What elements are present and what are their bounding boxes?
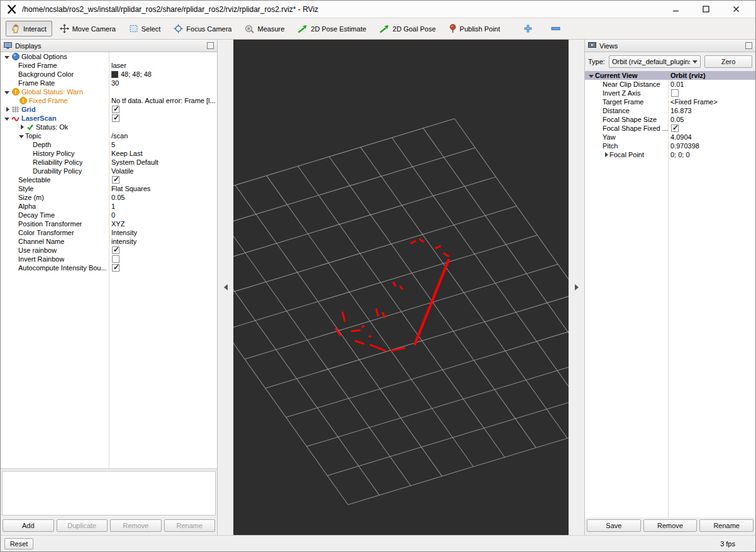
rename-button[interactable]: Rename: [699, 519, 753, 532]
property-value[interactable]: 5: [109, 140, 217, 149]
property-row-alpha[interactable]: Alpha1: [1, 202, 217, 211]
property-value[interactable]: intensity: [109, 237, 217, 246]
property-value[interactable]: Flat Squares: [109, 184, 217, 193]
property-value[interactable]: [109, 105, 217, 114]
views-panel-header[interactable]: Views: [585, 40, 755, 52]
property-row-global-status-warn[interactable]: !Global Status: Warn: [1, 87, 217, 96]
property-row-fixed-frame[interactable]: !Fixed FrameNo tf data. Actual error: Fr…: [1, 96, 217, 105]
property-value[interactable]: Orbit (rviz): [668, 71, 755, 80]
property-row-pitch[interactable]: Pitch0.970398: [585, 141, 755, 150]
property-value[interactable]: 0; 0; 0: [668, 150, 755, 159]
property-row-target-frame[interactable]: Target Frame<Fixed Frame>: [585, 97, 755, 106]
property-row-distance[interactable]: Distance16.873: [585, 106, 755, 115]
property-value[interactable]: <Fixed Frame>: [668, 97, 755, 106]
save-button[interactable]: Save: [587, 519, 641, 532]
property-row-size-m[interactable]: Size (m)0.05: [1, 193, 217, 202]
property-row-current-view[interactable]: Current ViewOrbit (rviz): [585, 71, 755, 80]
duplicate-button[interactable]: Duplicate: [57, 519, 108, 532]
property-row-near-clip-distance[interactable]: Near Clip Distance0.01: [585, 80, 755, 89]
property-row-history-policy[interactable]: History PolicyKeep Last: [1, 149, 217, 158]
collapse-arrow-icon[interactable]: [4, 53, 11, 60]
property-row-decay-time[interactable]: Decay Time0: [1, 211, 217, 219]
property-value[interactable]: 0.05: [109, 193, 217, 202]
tool-select-button[interactable]: Select: [123, 21, 167, 36]
tool-interact-button[interactable]: Interact: [6, 21, 52, 36]
remove-button[interactable]: Remove: [643, 519, 698, 532]
property-row-laserscan[interactable]: LaserScan: [1, 114, 217, 123]
property-row-yaw[interactable]: Yaw4.0904: [585, 133, 755, 141]
property-row-focal-point[interactable]: Focal Point0; 0; 0: [585, 150, 755, 159]
property-value[interactable]: 30: [109, 79, 217, 87]
property-row-color-transformer[interactable]: Color TransformerIntensity: [1, 228, 217, 237]
property-value[interactable]: [109, 255, 217, 263]
collapse-arrow-icon[interactable]: [4, 115, 11, 122]
property-row-focal-shape-fixed[interactable]: Focal Shape Fixed ...: [585, 124, 755, 133]
property-row-position-transformer[interactable]: Position TransformerXYZ: [1, 219, 217, 228]
property-value[interactable]: laser: [109, 61, 217, 70]
property-value[interactable]: System Default: [109, 158, 217, 167]
close-button[interactable]: [723, 3, 749, 16]
checkbox[interactable]: [671, 89, 679, 97]
add-tool-button[interactable]: [520, 21, 536, 36]
property-value[interactable]: [668, 89, 755, 97]
tool-move-camera-button[interactable]: Move Camera: [54, 21, 121, 36]
remove-button[interactable]: Remove: [110, 519, 162, 532]
property-row-style[interactable]: StyleFlat Squares: [1, 184, 217, 193]
tool-2d-pose-estimate-button[interactable]: 2D Pose Estimate: [292, 21, 372, 36]
property-value[interactable]: [109, 175, 217, 184]
collapse-arrow-icon[interactable]: [18, 133, 25, 140]
expand-arrow-icon[interactable]: [603, 152, 609, 158]
add-button[interactable]: Add: [3, 519, 54, 532]
property-row-depth[interactable]: Depth5: [1, 140, 217, 149]
float-panel-button[interactable]: [207, 42, 214, 49]
property-value[interactable]: 0.05: [668, 115, 755, 124]
property-row-fixed-frame[interactable]: Fixed Framelaser: [1, 61, 217, 70]
property-row-topic[interactable]: Topic/scan: [1, 131, 217, 140]
tool-publish-point-button[interactable]: Publish Point: [443, 21, 506, 36]
displays-panel-header[interactable]: Displays: [1, 40, 217, 52]
property-row-status-ok[interactable]: Status: Ok: [1, 123, 217, 131]
checkbox[interactable]: [112, 255, 120, 263]
property-value[interactable]: Volatile: [109, 167, 217, 175]
property-row-background-color[interactable]: Background Color48; 48; 48: [1, 70, 217, 79]
property-value[interactable]: [109, 246, 217, 255]
tool-2d-goal-pose-button[interactable]: 2D Goal Pose: [374, 21, 441, 36]
3d-viewport[interactable]: [233, 40, 569, 535]
collapse-right-panel-button[interactable]: [573, 278, 581, 297]
checkbox[interactable]: [112, 264, 120, 272]
property-row-focal-shape-size[interactable]: Focal Shape Size0.05: [585, 115, 755, 124]
property-value[interactable]: 0.970398: [668, 141, 755, 150]
titlebar[interactable]: /home/ncslab/ros2_ws/install/rplidar_ros…: [1, 1, 755, 18]
float-panel-button[interactable]: [745, 42, 752, 49]
minimize-button[interactable]: [662, 3, 689, 16]
maximize-button[interactable]: [692, 3, 719, 16]
property-value[interactable]: No tf data. Actual error: Frame [l...: [109, 96, 217, 105]
collapse-arrow-icon[interactable]: [4, 89, 11, 96]
checkbox[interactable]: [112, 176, 120, 184]
property-value[interactable]: 1: [109, 202, 217, 211]
property-row-invert-rainbow[interactable]: Invert Rainbow: [1, 255, 217, 263]
reset-button[interactable]: Reset: [4, 538, 33, 549]
property-value[interactable]: [668, 124, 755, 133]
property-value[interactable]: Keep Last: [109, 149, 217, 158]
property-value[interactable]: 48; 48; 48: [109, 70, 217, 79]
checkbox[interactable]: [112, 246, 120, 254]
property-value[interactable]: /scan: [109, 131, 217, 140]
tool-focus-camera-button[interactable]: Focus Camera: [168, 21, 237, 36]
checkbox[interactable]: [112, 114, 120, 122]
property-value[interactable]: XYZ: [109, 219, 217, 228]
property-value[interactable]: 4.0904: [668, 133, 755, 141]
view-type-select[interactable]: Orbit (rviz_default_plugins): [609, 55, 701, 68]
property-row-durability-policy[interactable]: Durability PolicyVolatile: [1, 167, 217, 175]
collapse-left-panel-button[interactable]: [222, 278, 230, 297]
collapse-arrow-icon[interactable]: [588, 72, 595, 79]
property-row-channel-name[interactable]: Channel Nameintensity: [1, 237, 217, 246]
property-value[interactable]: 0: [109, 211, 217, 219]
property-value[interactable]: [109, 114, 217, 123]
expand-arrow-icon[interactable]: [18, 124, 25, 131]
property-row-grid[interactable]: Grid: [1, 105, 217, 114]
remove-tool-button[interactable]: [547, 21, 564, 36]
property-row-frame-rate[interactable]: Frame Rate30: [1, 79, 217, 87]
property-row-autocompute-intensity-bou[interactable]: Autocompute Intensity Bou...: [1, 263, 217, 272]
zero-button[interactable]: Zero: [704, 55, 752, 68]
